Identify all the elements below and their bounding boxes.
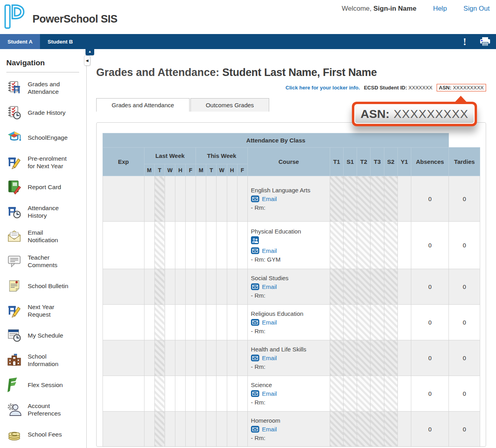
sidebar-item-next-year-request[interactable]: Next YearRequest xyxy=(6,298,86,323)
day-header-this-week-w: W xyxy=(217,164,227,176)
day-cell xyxy=(154,412,165,447)
course-cell: Physical EducationEmail- Rm: GYM xyxy=(247,222,330,269)
student-info-line: Click here for your locker info. ECSD St… xyxy=(96,84,486,91)
sign-out-link[interactable]: Sign Out xyxy=(464,5,490,13)
tab-grades-and-attendance[interactable]: Grades and Attendance xyxy=(96,98,190,112)
flex-session-icon xyxy=(6,377,22,393)
day-cell xyxy=(206,412,217,447)
term-cell-s1 xyxy=(344,269,357,305)
term-cell-t3 xyxy=(371,340,384,376)
term-cell-y1 xyxy=(397,376,411,412)
sidebar-item-report-card[interactable]: Report Card xyxy=(6,175,86,199)
day-cell xyxy=(227,376,237,412)
sidebar-item-label: AccountPreferences xyxy=(28,402,61,417)
day-cell xyxy=(144,376,154,412)
exp-cell xyxy=(103,269,144,305)
sidebar-item-pre-enrolment[interactable]: Pre-enrolmentfor Next Year xyxy=(6,150,86,175)
day-cell xyxy=(217,305,227,340)
locker-info-link[interactable]: Click here for your locker info. xyxy=(285,85,360,91)
room-label: - Rm: xyxy=(251,292,327,299)
term-cell-s1 xyxy=(344,222,357,269)
teacher-email-link[interactable]: Email xyxy=(262,196,277,202)
teacher-email-link[interactable]: Email xyxy=(262,390,277,397)
asn-magnified-callout: ASN: XXXXXXXXX xyxy=(352,102,477,126)
page-title: Grades and Attendance: Student Last Name… xyxy=(96,66,486,79)
term-cell-t3 xyxy=(371,269,384,305)
day-cell xyxy=(196,376,206,412)
course-name: Social Studies xyxy=(251,275,327,281)
table-title: Attendance By Class xyxy=(103,133,449,148)
tardies-value[interactable]: 0 xyxy=(449,376,480,412)
absences-value[interactable]: 0 xyxy=(411,222,449,269)
day-cell xyxy=(196,340,206,376)
email-notification-icon xyxy=(6,228,22,244)
attendance-history-icon xyxy=(6,204,22,220)
email-icon xyxy=(251,196,259,202)
term-cell-y1 xyxy=(397,176,411,222)
course-name: Health and Life Skills xyxy=(251,346,327,353)
tardies-value[interactable]: 0 xyxy=(449,305,480,340)
col-header-course: Course xyxy=(247,148,330,176)
absences-value[interactable]: 0 xyxy=(411,305,449,340)
day-cell xyxy=(217,269,227,305)
sidebar-item-teacher-comments[interactable]: TeacherComments xyxy=(6,249,86,274)
student-tab-student-b[interactable]: Student B xyxy=(40,34,80,49)
exp-cell xyxy=(103,222,144,269)
sidebar-item-school-information[interactable]: SchoolInformation xyxy=(6,348,86,373)
my-schedule-icon xyxy=(6,327,22,343)
tardies-value[interactable]: 0 xyxy=(449,269,480,305)
teacher-email-link[interactable]: Email xyxy=(262,355,277,361)
absences-value[interactable]: 0 xyxy=(411,340,449,376)
sidebar-item-grade-history[interactable]: Grade History xyxy=(6,101,86,125)
term-cell-y1 xyxy=(397,222,411,269)
tardies-value[interactable]: 0 xyxy=(449,340,480,376)
tardies-value[interactable]: 0 xyxy=(449,176,480,222)
attendance-by-class-table: Attendance By Class Exp Last Week This W… xyxy=(103,133,480,447)
course-row: Health and Life SkillsEmail- Rm:00 xyxy=(103,340,480,376)
absences-value[interactable]: 0 xyxy=(411,176,449,222)
sidebar-item-account-preferences[interactable]: AccountPreferences xyxy=(6,397,86,422)
day-cell xyxy=(175,412,185,447)
student-navbar: Student AStudent B ! xyxy=(0,34,496,49)
day-cell xyxy=(217,412,227,447)
day-header-this-week-f: F xyxy=(237,164,247,176)
teacher-email-link[interactable]: Email xyxy=(262,426,277,433)
day-cell xyxy=(165,305,175,340)
sidebar-item-school-bulletin[interactable]: School Bulletin xyxy=(6,273,86,298)
alert-icon[interactable]: ! xyxy=(463,37,466,47)
student-tab-student-a[interactable]: Student A xyxy=(0,34,40,49)
col-header-s2: S2 xyxy=(384,148,397,176)
day-cell xyxy=(144,340,154,376)
tab-outcomes-grades[interactable]: Outcomes Grades xyxy=(190,98,270,112)
term-cell-s2 xyxy=(384,269,397,305)
teacher-email-link[interactable]: Email xyxy=(262,283,277,290)
class-group-icon[interactable] xyxy=(251,236,327,245)
tardies-value[interactable]: 0 xyxy=(449,222,480,269)
course-name: Religious Education xyxy=(251,310,327,317)
absences-value[interactable]: 0 xyxy=(411,269,449,305)
help-link[interactable]: Help xyxy=(433,5,447,13)
day-cell xyxy=(154,340,165,376)
sidebar-item-school-fees[interactable]: School Fees xyxy=(6,422,86,447)
sidebar-item-my-schedule[interactable]: My Schedule xyxy=(6,323,86,348)
absences-value[interactable]: 0 xyxy=(411,412,449,447)
teacher-email-link[interactable]: Email xyxy=(262,247,277,254)
teacher-email-link[interactable]: Email xyxy=(262,319,277,326)
sidebar-heading: Navigation xyxy=(6,59,86,67)
print-icon[interactable] xyxy=(480,37,490,46)
sidebar-item-flex-session[interactable]: Flex Session xyxy=(6,372,86,397)
tardies-value[interactable]: 0 xyxy=(449,412,480,447)
day-cell xyxy=(186,176,196,222)
collapse-left-icon[interactable]: ◀ xyxy=(84,55,90,66)
sidebar-item-email-notification[interactable]: EmailNotification xyxy=(6,224,86,249)
sidebar-item-grades-and-attendance[interactable]: Grades andAttendance xyxy=(6,76,86,101)
absences-value[interactable]: 0 xyxy=(411,376,449,412)
day-cell xyxy=(186,222,196,269)
term-cell-s1 xyxy=(344,412,357,447)
sidebar-item-label: Grades andAttendance xyxy=(28,80,60,95)
term-cell-s1 xyxy=(344,305,357,340)
sidebar-item-schoolengage[interactable]: SchoolEngage xyxy=(6,125,86,150)
day-cell xyxy=(186,340,196,376)
collapse-up-icon[interactable]: ▲ xyxy=(86,49,94,55)
sidebar-item-attendance-history[interactable]: AttendanceHistory xyxy=(6,199,86,224)
